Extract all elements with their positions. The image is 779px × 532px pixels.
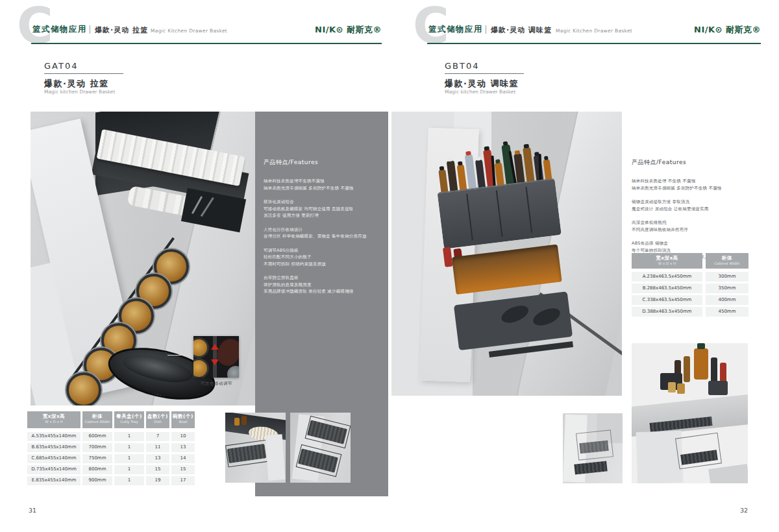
feature-block: 自带防尘滑轨盖板 保护滑轨的悬臂及顺滑度 采用品牌缓冲隐藏滑轨 推拉轻柔 减少碗… [264,274,382,295]
header-rule [31,43,382,44]
table-row: D.388x463.5x450mm 450mm [632,307,748,317]
feature-block: 纳米科技表面处理 不生锈 不腐蚀 纳米表面光滑手感细腻 多层防护不生锈 不腐蚀 [632,178,758,191]
canister [193,358,209,378]
col-header: 柜体Cabinet Width [706,253,748,269]
page-number-right: 32 [740,507,748,514]
table-row: A.238x463.5x450mm 300mm [632,272,748,282]
col-header: 盘数(个)Dish [146,411,169,428]
features-title: 产品特点/Features [632,158,758,167]
product-name-en: Magic kitchen Drawer Basket [44,89,115,95]
product-name: 爆款·灵动 拉篮 [44,78,108,90]
thumb-photo-right-2 [632,343,748,483]
feature-block: 模块化灵动组合 可移动底板及碗碟架 均可独立使用 且随意提取 灵活多变 使用方便… [264,199,382,219]
header-rule [427,43,761,44]
col-header: 柜体Cabinet Width [82,411,112,428]
features-right: 产品特点/Features 纳米科技表面处理 不生锈 不腐蚀 纳米表面光滑手感细… [632,158,758,268]
header-divider [90,25,90,34]
spec-table-right: 宽x深x高W x D x H 柜体Cabinet Width A.238x463… [632,253,748,317]
spec-table-left: 宽x深x高W x D x H 柜体Cabinet Width 餐具盒(个)Cut… [27,411,195,485]
table-row: A.535x455x140mm 600mm 1 7 10 [27,432,195,441]
pot-rim [227,366,239,378]
feature-block: 纳米科技表面处理不生锈不腐蚀 纳米表面光滑手感细腻 多层防护不生锈 不腐蚀 [264,178,382,191]
header-series: 爆款·灵动 拉篮 [95,25,148,35]
col-header: 宽x深x高W x D x H [27,411,80,428]
model-underline [44,73,123,74]
brand-logo: NI/K⊙ 耐斯克® [678,24,761,36]
feature-block: 可调节ABS分隔板 轻松匹配不同大小的瓶子 不用时可拆卸 拒绝约束随意摆放 [264,247,382,268]
oil-bottle [694,348,708,380]
brand-logo: NI/K⊙ 耐斯克® [299,24,382,36]
spice-basket [437,177,579,353]
header-category: 篮式储物应用 [428,24,483,35]
wire-frame [225,440,269,468]
table-row: B.288x463.5x450mm 350mm [632,284,748,293]
table-row: B.635x455x140mm 700mm 1 11 13 [27,443,195,452]
catalog-spread: C 篮式储物应用 爆款·灵动 拉篮 Magic Kitchen Drawer B… [0,0,779,532]
features-left: 产品特点/Features 纳米科技表面处理不生锈不腐蚀 纳米表面光滑手感细腻 … [264,158,382,302]
model-code: GBT04 [445,61,479,71]
bottle [711,357,717,382]
utensil-box [708,381,728,395]
header-divider [486,25,486,34]
header-series-en: Magic Kitchen Drawer Basket [556,28,632,34]
header-series-en: Magic Kitchen Drawer Basket [151,28,227,34]
drawer-front [708,464,748,483]
jar [241,416,247,425]
features-title: 产品特点/Features [264,158,382,167]
cabinet-panel [266,434,286,481]
inset-leader-line [167,355,193,356]
bottle [684,356,690,382]
table-row: D.735x455x140mm 800mm 1 15 15 [27,465,195,474]
jar [677,383,685,394]
col-header: 餐具盒(个)Cutly Tray [114,411,144,428]
sauce-bottle [443,247,453,267]
header-category: 篮式储物应用 [32,24,87,35]
table-row: C.338x463.5x450mm 400mm [632,295,748,305]
rail [213,336,217,378]
page-number-left: 31 [29,507,36,514]
model-code: GAT04 [44,61,78,71]
product-name: 爆款·灵动 调味篮 [445,78,519,90]
header-series: 爆款·灵动 调味篮 [491,25,552,35]
jar [668,382,676,393]
utensil-handle [539,154,542,182]
countertop [632,393,748,437]
detail-inset-photo [193,336,239,378]
basket-tier-2 [452,245,562,295]
feature-block: 人性化分区收纳设计 合理分区 科学收纳碗碟架、置物盒 集中收纳分类存放 [264,226,382,240]
table-row: C.685x455x140mm 750mm 1 13 14 [27,454,195,463]
inset-caption: 可左右移动调节 [186,381,247,387]
feature-block: 高深盒体低矮瓶托 不同高度调味瓶收纳井然有序 [632,219,758,233]
canister [66,372,101,405]
col-header: 碗数(个)Bowl [171,411,195,428]
canister [193,337,209,358]
col-header: 宽x深x高W x D x H [632,253,702,269]
thumb-photo-right-1 [563,413,623,483]
model-underline [445,73,524,74]
table-row: E.835x455x140mm 900mm 1 19 17 [27,476,195,485]
thumb-photo-left-1 [225,413,286,483]
feature-block: 储物盒灵动提取方便 拿取清洗 魔盒式设计 灵动组合 让收纳更便捷实用 [632,199,758,212]
thumb-photo-left-2 [290,413,351,483]
main-photo-right [391,112,622,396]
product-name-en: Magic kitchen Drawer Basket [445,89,515,95]
jar [234,418,240,426]
